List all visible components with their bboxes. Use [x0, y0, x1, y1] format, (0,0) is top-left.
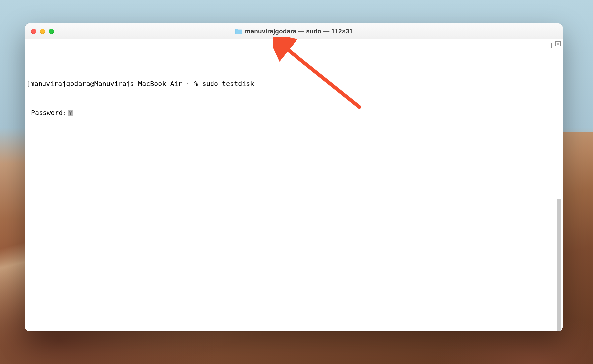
titlebar[interactable]: manuvirajgodara — sudo — 112×31 — [25, 23, 563, 39]
maximize-button[interactable] — [49, 29, 54, 34]
terminal-window: manuvirajgodara — sudo — 112×31 ] [manuv… — [25, 23, 563, 331]
prompt-close-bracket: ] — [550, 41, 553, 50]
traffic-lights — [25, 29, 54, 34]
prompt-line: [manuvirajgodara@Manuvirajs-MacBook-Air … — [26, 79, 560, 89]
window-title: manuvirajgodara — sudo — 112×31 — [245, 28, 353, 35]
alt-screen-indicator-icon — [555, 41, 561, 46]
svg-rect-1 — [70, 112, 71, 115]
title-center: manuvirajgodara — sudo — 112×31 — [25, 28, 563, 35]
password-line: Password: — [26, 108, 560, 118]
command-text: sudo testdisk — [202, 80, 254, 88]
password-label: Password: — [31, 108, 67, 118]
terminal-body[interactable]: ] [manuvirajgodara@Manuvirajs-MacBook-Ai… — [25, 39, 563, 331]
close-button[interactable] — [31, 29, 36, 34]
folder-icon — [235, 28, 242, 34]
scrollbar-thumb[interactable] — [557, 199, 561, 331]
minimize-button[interactable] — [40, 29, 45, 34]
scrollbar[interactable] — [556, 56, 562, 329]
svg-rect-2 — [70, 114, 71, 114]
prompt-text: manuvirajgodara@Manuvirajs-MacBook-Air ~… — [30, 80, 202, 88]
svg-rect-3 — [70, 114, 71, 115]
key-icon — [68, 110, 73, 116]
prompt-open-bracket: [ — [26, 80, 30, 88]
svg-point-0 — [70, 111, 71, 112]
